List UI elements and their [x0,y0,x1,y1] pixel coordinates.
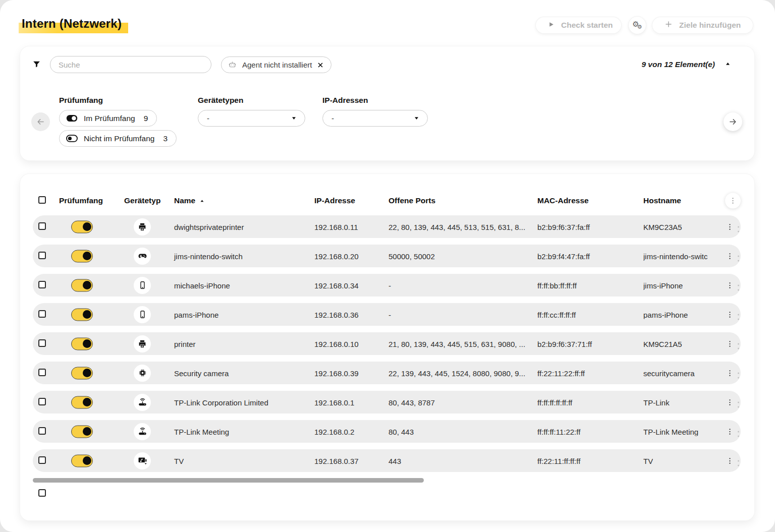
header-device-type[interactable]: Gerätetyp [124,196,160,205]
row-checkbox[interactable] [38,281,46,288]
device-open-ports: 22, 80, 139, 443, 445, 513, 515, 631, 8.… [389,222,525,231]
table-row: dwightsprivateprinter 192.168.0.11 22, 8… [33,215,741,238]
row-menu-button[interactable] [726,457,734,464]
not-in-scope-count: 3 [163,130,168,147]
table-row: TP-Link Meeting 192.168.0.2 80, 443 ff:f… [33,420,741,443]
row-menu-button[interactable] [726,223,734,230]
clipped-next-column [738,255,739,257]
scope-toggle[interactable] [71,425,93,438]
device-name: Security camera [174,369,229,377]
in-scope-label: Im Prüfumfang [84,110,135,127]
device-mac: b2:b9:f4:47:fa:ff [537,252,590,260]
device-ip: 192.168.0.39 [314,369,359,377]
close-icon[interactable] [317,62,323,68]
chip-label: Agent nicht installiert [242,61,312,69]
footer-select-all-checkbox[interactable] [38,489,46,497]
row-checkbox[interactable] [38,456,46,464]
settings-button[interactable]: ⚙⚙ [629,17,646,34]
row-checkbox[interactable] [38,427,46,435]
row-checkbox[interactable] [38,339,46,347]
row-menu-button[interactable] [726,428,734,435]
scope-toggle[interactable] [71,279,93,291]
add-targets-button[interactable]: Ziele hinzufügen [652,17,753,33]
select-all-checkbox[interactable] [38,196,46,204]
smartphone-icon [138,281,147,289]
device-name: printer [174,339,196,348]
printer-icon [138,222,147,231]
horizontal-scrollbar[interactable] [33,478,424,483]
device-mac: b2:b9:f6:37:71:ff [537,339,592,348]
ip-addresses-select[interactable]: - [322,110,428,127]
device-mac: b2:b9:f6:37:fa:ff [537,222,590,231]
row-menu-button[interactable] [726,281,734,289]
filters-scroll-right-button[interactable] [724,112,742,131]
in-scope-toggle[interactable]: Im Prüfumfang 9 [59,110,157,127]
router-icon [138,397,147,407]
device-name: TP-Link Corporation Limited [174,398,268,406]
device-types-select[interactable]: - [198,110,305,127]
printer-icon [138,339,147,348]
collapse-filters-button[interactable] [725,61,731,67]
header-name[interactable]: Name [174,196,205,205]
device-ip: 192.168.0.10 [314,339,359,348]
toggle-on-icon [66,114,78,122]
device-open-ports: 21, 80, 139, 443, 445, 515, 631, 9080, .… [389,339,525,348]
row-menu-button[interactable] [726,311,734,318]
header-scope[interactable]: Prüfumfang [59,196,103,205]
table-row: printer 192.168.0.10 21, 80, 139, 443, 4… [33,332,741,355]
filters-scroll-left-button[interactable] [31,112,50,131]
row-checkbox[interactable] [38,252,46,259]
row-checkbox[interactable] [38,398,46,405]
row-checkbox[interactable] [38,310,46,318]
tv-icon [138,456,147,465]
device-ip: 192.168.0.34 [314,281,359,289]
table-row: pams-iPhone 192.168.0.36 - ff:ff:cc:ff:f… [33,303,741,326]
iot-device-icon [138,369,147,377]
device-ip: 192.168.0.20 [314,252,359,260]
row-checkbox[interactable] [38,222,46,230]
device-hostname: KM9C23A5 [643,222,682,231]
check-start-button[interactable]: Check starten [536,17,621,33]
device-name: TP-Link Meeting [174,427,229,436]
device-hostname: TP-Link [643,398,670,406]
scope-toggle[interactable] [71,396,93,408]
filter-panel: Agent nicht installiert 9 von 12 Element… [20,46,754,160]
ip-addresses-value: - [331,114,334,123]
device-open-ports: 22, 139, 443, 445, 1524, 8080, 9080, 9..… [389,369,525,377]
row-menu-button[interactable] [726,369,734,377]
clipped-next-column [738,431,739,432]
scope-toggle[interactable] [71,220,93,233]
scope-toggle[interactable] [71,250,93,262]
active-filter-chip[interactable]: Agent nicht installiert [221,56,331,73]
row-menu-button[interactable] [726,252,734,260]
header-mac[interactable]: MAC-Adresse [537,196,589,205]
plus-icon [665,20,673,30]
scope-toggle[interactable] [71,367,93,379]
not-in-scope-toggle[interactable]: Nicht im Prüfumfang 3 [59,130,177,147]
robot-icon [228,61,237,69]
column-settings-button[interactable] [725,193,741,209]
play-icon [548,21,555,30]
table-row: michaels-iPhone 192.168.0.34 - ff:ff:bb:… [33,274,741,297]
clipped-next-column [738,226,739,227]
device-hostname: pams-iPhone [643,310,688,319]
table-row: TV 192.168.0.37 443 ff:22:11:ff:ff:ff TV [33,449,741,472]
device-types-value: - [207,114,209,123]
clipped-next-column [738,314,739,315]
search-input[interactable] [50,56,211,73]
device-hostname: TP-Link Meeting [643,427,698,436]
scope-toggle[interactable] [71,308,93,321]
header-hostname[interactable]: Hostname [643,196,681,205]
header-ip[interactable]: IP-Adresse [314,196,355,205]
row-menu-button[interactable] [726,398,734,406]
device-open-ports: 80, 443 [389,427,414,436]
row-menu-button[interactable] [726,340,734,347]
device-name: dwightsprivateprinter [174,222,244,231]
scope-toggle[interactable] [71,337,93,350]
scope-filter-label: Prüfumfang [59,96,103,105]
device-ip: 192.168.0.36 [314,310,359,319]
row-checkbox[interactable] [38,369,46,376]
device-open-ports: - [389,281,391,289]
header-ports[interactable]: Offene Ports [389,196,435,205]
scope-toggle[interactable] [71,454,93,467]
